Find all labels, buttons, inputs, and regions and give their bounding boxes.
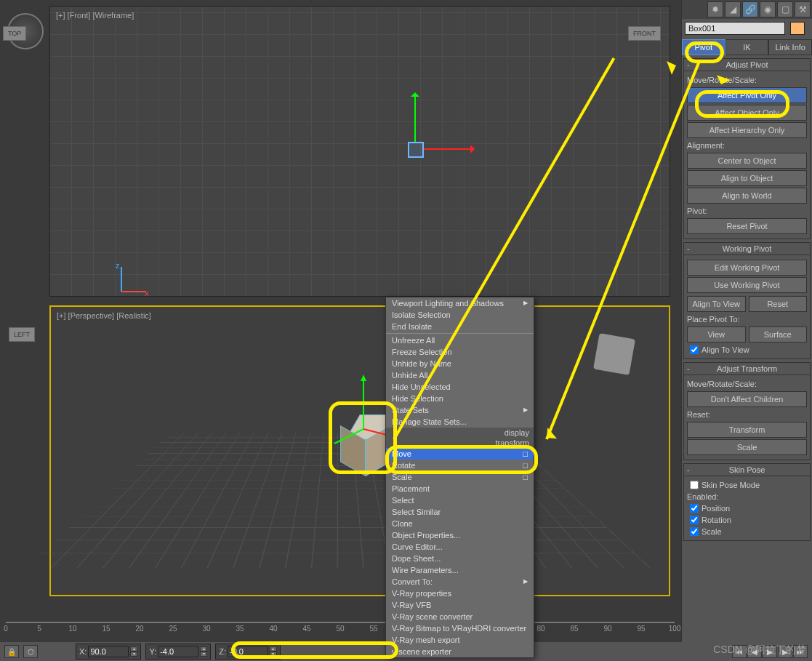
menu-item-object-properties-[interactable]: Object Properties... (386, 529, 534, 541)
create-tab-icon[interactable]: ✹ (707, 1, 723, 17)
menu-item-placement[interactable]: Placement (386, 483, 534, 494)
z-label: Z: (219, 647, 226, 656)
menu-item-v-ray-mesh-export[interactable]: V-Ray mesh export (386, 634, 534, 646)
rollout-working-pivot[interactable]: Working Pivot (683, 242, 811, 255)
edit-working-pivot-button[interactable]: Edit Working Pivot (687, 260, 807, 276)
tick-25: 25 (169, 625, 177, 633)
viewcube-left[interactable]: LEFT (9, 327, 35, 342)
position-checkbox[interactable] (690, 504, 699, 513)
menu-item-clone[interactable]: Clone (386, 518, 534, 529)
menu-item-rotate[interactable]: Rotate□ (386, 460, 534, 471)
affect-object-only-button[interactable]: Affect Object Only (687, 105, 807, 121)
z-input[interactable] (228, 646, 268, 657)
viewcube-top[interactable]: TOP (3, 26, 26, 41)
selection-lock-icon[interactable]: ⬡ (23, 645, 38, 658)
x-spinner[interactable]: ▴▾ (130, 646, 137, 657)
rollout-adjust-pivot[interactable]: Adjust Pivot (683, 58, 811, 71)
object-color-swatch[interactable] (790, 22, 805, 35)
grid (50, 7, 670, 296)
label-pivot: Pivot: (687, 205, 807, 217)
reset-transform-button[interactable]: Transform (687, 422, 807, 438)
menu-item-select-similar[interactable]: Select Similar (386, 506, 534, 518)
rotation-label: Rotation (702, 516, 731, 524)
align-to-world-button[interactable]: Align to World (687, 188, 807, 204)
skin-pose-mode-checkbox[interactable] (690, 481, 699, 489)
gizmo-center[interactable] (408, 142, 424, 158)
tick-10: 10 (68, 625, 76, 633)
affect-pivot-only-button[interactable]: Affect Pivot Only (687, 87, 807, 103)
align-to-object-button[interactable]: Align to Object (687, 170, 807, 186)
reset-pivot-button[interactable]: Reset Pivot (687, 218, 807, 234)
menu-item-vrscene-exporter[interactable]: vrscene exporter (386, 646, 534, 657)
viewport-front[interactable]: [+] [Front] [Wireframe] zx (49, 6, 670, 297)
object-name-field[interactable] (685, 22, 785, 35)
y-spinner[interactable]: ▴▾ (200, 646, 207, 657)
viewport-label-top[interactable]: [+] [Front] [Wireframe] (56, 11, 134, 20)
utilities-tab-icon[interactable]: ⚒ (795, 1, 811, 17)
tick-55: 55 (369, 625, 377, 633)
affect-hierarchy-only-button[interactable]: Affect Hierarchy Only (687, 122, 807, 138)
scale-label: Scale (702, 527, 722, 536)
menu-item-freeze-selection[interactable]: Freeze Selection (386, 346, 534, 358)
menu-item-convert-to-[interactable]: Convert To: (386, 576, 534, 588)
scale-checkbox[interactable] (690, 527, 699, 536)
menu-item-viewport-lighting-and-shadows[interactable]: Viewport Lighting and Shadows (386, 297, 534, 309)
reset-working-pivot-button[interactable]: Reset (749, 296, 808, 312)
menu-item-select[interactable]: Select (386, 494, 534, 506)
axis-x-arrow[interactable] (422, 148, 473, 150)
timeline[interactable]: 0510152025303540455055606570758085909510… (6, 616, 675, 632)
tab-linkinfo[interactable]: Link Info (768, 39, 812, 55)
place-view-button[interactable]: View (687, 327, 746, 342)
menu-item-scale[interactable]: Scale□ (386, 471, 534, 483)
viewport-label-bottom[interactable]: [+] [Perspective] [Realistic] (57, 311, 151, 320)
svg-text:z: z (116, 261, 120, 270)
menu-item-v-ray-bitmap-to-vrayhdri-converter[interactable]: V-Ray Bitmap to VRayHDRI converter (386, 622, 534, 634)
tick-95: 95 (637, 625, 645, 633)
use-working-pivot-button[interactable]: Use Working Pivot (687, 277, 807, 293)
svg-line-13 (334, 429, 363, 444)
tick-85: 85 (570, 625, 578, 633)
menu-item-hide-unselected[interactable]: Hide Unselected (386, 381, 534, 393)
label-reset: Reset: (687, 409, 807, 420)
rollout-skin-pose[interactable]: Skin Pose (683, 463, 811, 476)
move-gizmo[interactable] (408, 116, 466, 159)
menu-item-unhide-by-name[interactable]: Unhide by Name (386, 358, 534, 369)
display-tab-icon[interactable]: ▢ (777, 1, 793, 17)
lock-icon[interactable]: 🔒 (4, 645, 19, 658)
context-menu: Viewport Lighting and ShadowsIsolate Sel… (385, 297, 534, 658)
center-to-object-button[interactable]: Center to Object (687, 153, 807, 169)
skin-pose-mode-label: Skin Pose Mode (702, 481, 760, 489)
menu-item-curve-editor-[interactable]: Curve Editor... (386, 541, 534, 553)
menu-item-manage-state-sets-[interactable]: Manage State Sets... (386, 416, 534, 428)
viewcube-3d[interactable] (596, 336, 640, 380)
menu-item-dope-sheet-[interactable]: Dope Sheet... (386, 553, 534, 564)
rollout-adjust-transform[interactable]: Adjust Transform (683, 362, 811, 375)
align-to-view-checkbox[interactable] (690, 345, 699, 354)
x-input[interactable] (88, 646, 129, 657)
label-move-rotate-scale: Move/Rotate/Scale: (687, 74, 807, 86)
menu-item-v-ray-vfb[interactable]: V-Ray VFB (386, 599, 534, 611)
tab-pivot[interactable]: Pivot (682, 39, 725, 55)
menu-item-isolate-selection[interactable]: Isolate Selection (386, 309, 534, 321)
menu-item-v-ray-properties[interactable]: V-Ray properties (386, 588, 534, 599)
y-input[interactable] (158, 646, 198, 657)
place-surface-button[interactable]: Surface (749, 327, 808, 342)
menu-item-move[interactable]: Move□ (386, 448, 534, 460)
menu-item-hide-selection[interactable]: Hide Selection (386, 393, 534, 404)
viewcube-front[interactable]: FRONT (628, 26, 661, 41)
menu-item-v-ray-scene-converter[interactable]: V-Ray scene converter (386, 611, 534, 622)
x-label: X: (79, 647, 87, 656)
dont-affect-children-button[interactable]: Don't Affect Children (687, 391, 807, 407)
z-spinner[interactable]: ▴▾ (270, 646, 277, 657)
tab-ik[interactable]: IK (725, 39, 769, 55)
modify-tab-icon[interactable]: ◢ (725, 1, 741, 17)
menu-item-unhide-all[interactable]: Unhide All (386, 369, 534, 381)
axis-y-arrow[interactable] (414, 94, 416, 142)
motion-tab-icon[interactable]: ◉ (760, 1, 776, 17)
reset-scale-button[interactable]: Scale (687, 439, 807, 455)
align-to-view-button[interactable]: Align To View (687, 296, 746, 312)
hierarchy-tab-icon[interactable]: 🔗 (742, 1, 758, 17)
rotation-checkbox[interactable] (690, 516, 699, 524)
menu-item-wire-parameters-[interactable]: Wire Parameters... (386, 564, 534, 576)
menu-item-unfreeze-all[interactable]: Unfreeze All (386, 334, 534, 346)
